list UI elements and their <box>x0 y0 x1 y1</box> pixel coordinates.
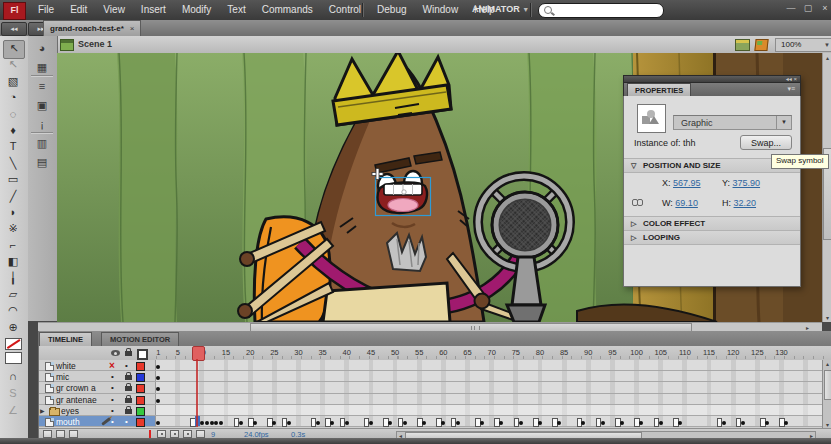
link-wh-icon[interactable] <box>632 198 641 206</box>
stroke-color-swatch[interactable] <box>5 338 22 350</box>
bone-tool[interactable]: ⌐ <box>3 237 23 254</box>
layer-row-mouth[interactable]: mouth•• <box>39 416 822 427</box>
keyframe-dot[interactable] <box>403 421 407 425</box>
keyframe-dot[interactable] <box>210 421 214 425</box>
layer-visible-dot[interactable]: • <box>111 371 114 382</box>
layer-unlocked-dot[interactable]: • <box>125 360 128 371</box>
outline-all-icon[interactable] <box>137 349 148 360</box>
keyframe-dot[interactable] <box>369 421 373 425</box>
library-panel-icon[interactable]: ▥ <box>33 135 51 151</box>
layer-frames[interactable] <box>156 394 822 404</box>
layer-name-area[interactable]: gr antenae• <box>39 394 156 404</box>
keyframe-dot[interactable] <box>239 421 243 425</box>
transform-panel-icon[interactable]: ▣ <box>33 97 51 113</box>
keyframe-dot[interactable] <box>499 421 503 425</box>
layer-visible-dot[interactable]: • <box>111 382 114 393</box>
keyframe-dot[interactable] <box>765 421 769 425</box>
deco-tool[interactable]: ※ <box>3 220 23 237</box>
straighten-option[interactable]: ∠ <box>3 402 23 419</box>
keyframe-dot[interactable] <box>639 421 643 425</box>
folder-expand-icon[interactable]: ▶ <box>40 407 45 414</box>
chevron-down-icon[interactable]: ▼ <box>776 116 791 129</box>
paint-bucket-tool[interactable]: ◧ <box>3 253 23 270</box>
x-value[interactable]: 567.95 <box>673 178 701 188</box>
search-input[interactable] <box>538 3 664 18</box>
collapse-dock-button[interactable]: ◂◂ <box>1 22 27 36</box>
tab-properties[interactable]: PROPERTIES <box>627 83 691 96</box>
layer-row-gr-crown-a[interactable]: gr crown a• <box>39 382 822 393</box>
keyframe-dot[interactable] <box>557 421 561 425</box>
smooth-option[interactable]: S <box>3 385 23 402</box>
keyframe-dot[interactable] <box>156 399 160 403</box>
line-tool[interactable]: ╲ <box>3 155 23 172</box>
keyframe-dot[interactable] <box>214 421 218 425</box>
keyframe-dot[interactable] <box>330 421 334 425</box>
layer-name-area[interactable]: ▶eyes• <box>39 405 156 415</box>
layer-locked-icon[interactable] <box>125 386 132 391</box>
keyframe-dot[interactable] <box>538 421 542 425</box>
onion-skin-outlines-button[interactable] <box>183 430 192 438</box>
maximize-button[interactable]: ▢ <box>803 3 813 13</box>
keyframe-dot[interactable] <box>581 421 585 425</box>
keyframe-dot[interactable] <box>441 421 445 425</box>
flash-app-icon[interactable]: Fl <box>3 2 26 20</box>
layer-row-gr-antenae[interactable]: gr antenae• <box>39 394 822 405</box>
close-button[interactable]: × <box>820 3 830 13</box>
tab-motion-editor[interactable]: MOTION EDITOR <box>101 332 179 346</box>
keyframe-dot[interactable] <box>253 421 257 425</box>
edit-scene-icon[interactable] <box>735 39 750 51</box>
text-tool[interactable]: T <box>3 138 23 155</box>
scroll-down-icon[interactable]: ▾ <box>823 314 831 321</box>
document-tab[interactable]: grand-roach-test-e*× <box>43 20 141 37</box>
lasso-tool[interactable]: ◌ <box>3 106 23 123</box>
keyframe-dot[interactable] <box>722 421 726 425</box>
keyframe-dot[interactable] <box>156 387 160 391</box>
layer-outline-color-swatch[interactable] <box>136 396 145 405</box>
y-value[interactable]: 375.90 <box>733 178 761 188</box>
history-panel-icon[interactable]: ▤ <box>33 154 51 170</box>
scroll-up-icon[interactable]: ▴ <box>823 360 831 367</box>
menu-window[interactable]: Window <box>415 0 467 20</box>
canvas-vertical-scrollbar[interactable]: ▴ ▾ <box>822 53 831 322</box>
keyframe-dot[interactable] <box>620 421 624 425</box>
keyframe-dot[interactable] <box>219 421 223 425</box>
layer-name-area[interactable]: white×• <box>39 360 156 370</box>
delete-layer-button[interactable] <box>69 430 78 438</box>
layer-visible-dot[interactable]: • <box>111 394 114 405</box>
edit-symbol-icon[interactable] <box>754 39 768 51</box>
breadcrumb-scene[interactable]: Scene 1 <box>78 39 112 49</box>
brush-tool[interactable]: ◗ <box>3 204 23 221</box>
menu-commands[interactable]: Commands <box>254 0 321 20</box>
center-frame-button[interactable] <box>157 430 166 438</box>
layer-visible-dot[interactable]: • <box>111 405 114 416</box>
menu-insert[interactable]: Insert <box>133 0 174 20</box>
pen-tool[interactable]: ♦ <box>3 122 23 139</box>
free-transform-tool[interactable]: ▧ <box>3 73 23 90</box>
keyframe-dot[interactable] <box>456 421 460 425</box>
keyframe-dot[interactable] <box>272 421 276 425</box>
align-panel-icon[interactable]: ≡ <box>33 78 51 94</box>
layer-row-mic[interactable]: mic• <box>39 371 822 382</box>
layer-frames[interactable] <box>156 360 822 370</box>
zoom-tool[interactable]: ⊕ <box>3 319 23 336</box>
subselection-tool[interactable]: ↖ <box>3 56 23 73</box>
keyframe-dot[interactable] <box>345 421 349 425</box>
playhead-marker[interactable] <box>192 346 205 361</box>
keyframe-dot[interactable] <box>388 421 392 425</box>
layer-frames[interactable] <box>156 405 822 415</box>
disclosure-closed-icon[interactable]: ▷ <box>631 231 636 244</box>
keyframe-dot[interactable] <box>205 421 209 425</box>
layer-frames[interactable] <box>156 416 822 426</box>
menu-debug[interactable]: Debug <box>369 0 414 20</box>
keyframe-dot[interactable] <box>601 421 605 425</box>
lock-all-icon[interactable] <box>125 351 132 356</box>
layer-frames[interactable] <box>156 382 822 392</box>
tab-timeline[interactable]: TIMELINE <box>39 332 92 346</box>
onion-skin-button[interactable] <box>170 430 179 438</box>
layer-visible-dot[interactable]: • <box>111 416 114 427</box>
close-tab-icon[interactable]: × <box>130 24 135 33</box>
menu-text[interactable]: Text <box>219 0 253 20</box>
disclosure-closed-icon[interactable]: ▷ <box>631 217 636 230</box>
keyframe-dot[interactable] <box>519 421 523 425</box>
layer-locked-icon[interactable] <box>125 409 132 414</box>
